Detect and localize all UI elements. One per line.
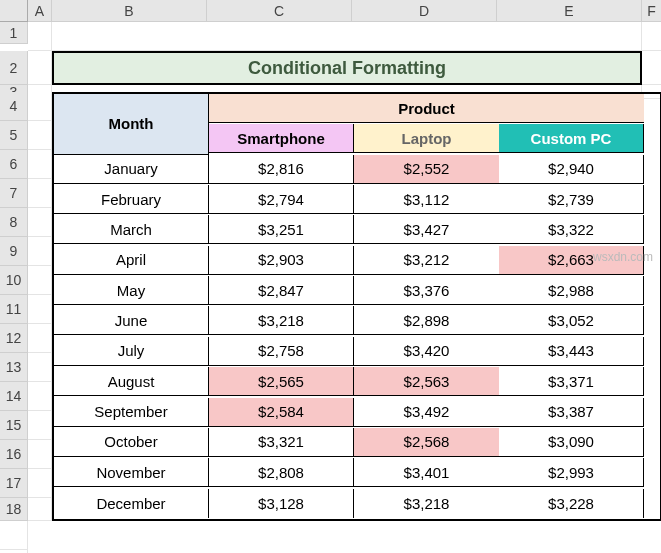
col-header-B[interactable]: B <box>52 0 207 22</box>
cell-A15[interactable] <box>28 411 52 440</box>
col-header-A[interactable]: A <box>28 0 52 22</box>
value-cell[interactable]: $2,584 <box>209 398 354 427</box>
month-cell[interactable]: July <box>54 337 209 366</box>
cell-A14[interactable] <box>28 382 52 411</box>
cell-A4[interactable] <box>28 92 52 121</box>
row-header-10[interactable]: 10 <box>0 266 28 295</box>
month-cell[interactable]: May <box>54 276 209 305</box>
value-cell[interactable]: $2,565 <box>209 367 354 396</box>
value-cell[interactable]: $3,321 <box>209 428 354 457</box>
month-cell[interactable]: August <box>54 367 209 396</box>
subheader-smartphone[interactable]: Smartphone <box>209 124 354 153</box>
value-cell[interactable]: $3,401 <box>354 458 499 487</box>
value-cell[interactable]: $2,552 <box>354 155 499 184</box>
cell-A6[interactable] <box>28 150 52 179</box>
value-cell[interactable]: $2,816 <box>209 155 354 184</box>
value-cell[interactable]: $3,218 <box>354 489 499 518</box>
value-cell[interactable]: $3,371 <box>499 367 644 396</box>
col-header-C[interactable]: C <box>207 0 352 22</box>
value-cell[interactable]: $2,898 <box>354 306 499 335</box>
row-header-8[interactable]: 8 <box>0 208 28 237</box>
month-cell[interactable]: April <box>54 246 209 275</box>
cell-A11[interactable] <box>28 295 52 324</box>
row-header-17[interactable]: 17 <box>0 469 28 498</box>
cell-A8[interactable] <box>28 208 52 237</box>
value-cell[interactable]: $3,112 <box>354 185 499 214</box>
cell-F4[interactable] <box>0 521 28 550</box>
month-cell[interactable]: September <box>54 398 209 427</box>
month-cell[interactable]: February <box>54 185 209 214</box>
value-cell[interactable]: $2,739 <box>499 185 644 214</box>
row-header-11[interactable]: 11 <box>0 295 28 324</box>
value-cell[interactable]: $2,808 <box>209 458 354 487</box>
cell-B1[interactable] <box>52 22 642 51</box>
cell-A13[interactable] <box>28 353 52 382</box>
month-header[interactable]: Month <box>54 94 209 155</box>
cell-A17[interactable] <box>28 469 52 498</box>
value-cell[interactable]: $3,090 <box>499 428 644 457</box>
value-cell[interactable]: $3,228 <box>499 489 644 518</box>
row-header-7[interactable]: 7 <box>0 179 28 208</box>
value-cell[interactable]: $2,993 <box>499 458 644 487</box>
value-cell[interactable]: $3,376 <box>354 276 499 305</box>
col-header-E[interactable]: E <box>497 0 642 22</box>
row-header-5[interactable]: 5 <box>0 121 28 150</box>
value-cell[interactable]: $3,251 <box>209 215 354 244</box>
value-cell[interactable]: $3,492 <box>354 398 499 427</box>
value-cell[interactable]: $3,420 <box>354 337 499 366</box>
row-header-15[interactable]: 15 <box>0 411 28 440</box>
value-cell[interactable]: $3,218 <box>209 306 354 335</box>
row-header-6[interactable]: 6 <box>0 150 28 179</box>
cell-A10[interactable] <box>28 266 52 295</box>
month-cell[interactable]: December <box>54 489 209 518</box>
row-header-13[interactable]: 13 <box>0 353 28 382</box>
cell-A16[interactable] <box>28 440 52 469</box>
value-cell[interactable]: $2,940 <box>499 155 644 184</box>
cell-A2[interactable] <box>28 51 52 85</box>
value-cell[interactable]: $2,758 <box>209 337 354 366</box>
cell-A18[interactable] <box>28 498 52 521</box>
select-all-corner[interactable] <box>0 0 28 22</box>
row-header-4[interactable]: 4 <box>0 92 28 121</box>
row-header-16[interactable]: 16 <box>0 440 28 469</box>
value-cell[interactable]: $2,903 <box>209 246 354 275</box>
subheader-custompc[interactable]: Custom PC <box>499 124 644 153</box>
data-table[interactable]: Month Product Smartphone Laptop Custom P… <box>52 92 661 521</box>
value-cell[interactable]: $3,387 <box>499 398 644 427</box>
row-header-12[interactable]: 12 <box>0 324 28 353</box>
month-cell[interactable]: November <box>54 458 209 487</box>
cell-F2[interactable] <box>642 51 661 85</box>
month-cell[interactable]: October <box>54 428 209 457</box>
cell-A12[interactable] <box>28 324 52 353</box>
row-header-18[interactable]: 18 <box>0 498 28 521</box>
value-cell[interactable]: $2,988 <box>499 276 644 305</box>
cell-F1[interactable] <box>642 22 661 51</box>
col-header-D[interactable]: D <box>352 0 497 22</box>
value-cell[interactable]: $2,663 <box>499 246 644 275</box>
row-header-2[interactable]: 2 <box>0 51 28 85</box>
subheader-laptop[interactable]: Laptop <box>354 124 499 153</box>
value-cell[interactable]: $2,794 <box>209 185 354 214</box>
cell-A5[interactable] <box>28 121 52 150</box>
value-cell[interactable]: $3,052 <box>499 306 644 335</box>
value-cell[interactable]: $3,322 <box>499 215 644 244</box>
value-cell[interactable]: $2,568 <box>354 428 499 457</box>
value-cell[interactable]: $3,128 <box>209 489 354 518</box>
row-header-9[interactable]: 9 <box>0 237 28 266</box>
month-cell[interactable]: March <box>54 215 209 244</box>
col-header-F[interactable]: F <box>642 0 661 22</box>
month-cell[interactable]: June <box>54 306 209 335</box>
value-cell[interactable]: $3,212 <box>354 246 499 275</box>
title-cell[interactable]: Conditional Formatting <box>52 51 642 85</box>
value-cell[interactable]: $3,427 <box>354 215 499 244</box>
value-cell[interactable]: $2,847 <box>209 276 354 305</box>
value-cell[interactable]: $2,563 <box>354 367 499 396</box>
cell-A1[interactable] <box>28 22 52 51</box>
product-header[interactable]: Product <box>209 94 644 123</box>
cell-A7[interactable] <box>28 179 52 208</box>
value-cell[interactable]: $3,443 <box>499 337 644 366</box>
row-header-14[interactable]: 14 <box>0 382 28 411</box>
cell-A9[interactable] <box>28 237 52 266</box>
row-header-1[interactable]: 1 <box>0 22 28 44</box>
month-cell[interactable]: January <box>54 155 209 184</box>
